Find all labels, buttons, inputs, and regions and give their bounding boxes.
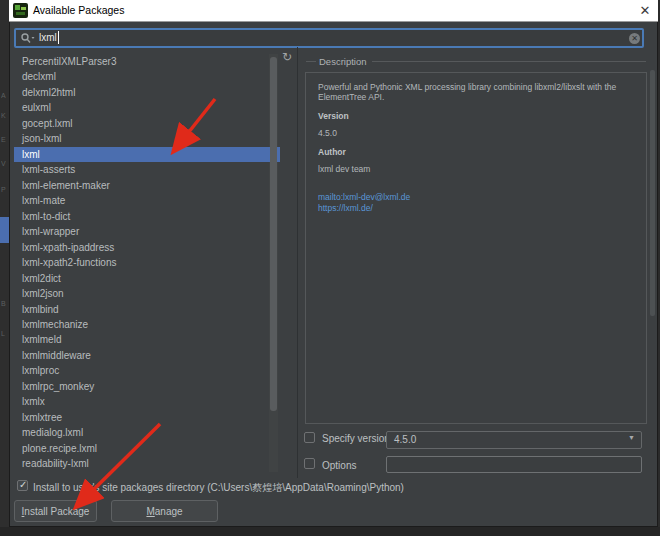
tool-window-button-active (0, 217, 9, 243)
search-input[interactable] (14, 28, 644, 48)
background-ide-strip: A K E V P B L (0, 0, 9, 536)
package-list-item[interactable]: lxml (14, 147, 280, 162)
package-list-item[interactable]: lxml2json (14, 286, 280, 301)
author-value: lxml dev team (318, 164, 620, 174)
search-icon (21, 33, 35, 44)
package-list-item[interactable]: medialog.lxml (14, 425, 280, 440)
package-list-item[interactable]: lxml-xpath2-functions (14, 255, 280, 270)
package-list-item[interactable]: lxml2dict (14, 271, 280, 286)
mailto-link[interactable]: mailto:lxml-dev@lxml.de (318, 192, 620, 203)
package-list-item[interactable]: PercentilXMLParser3 (14, 54, 280, 69)
package-summary: Powerful and Pythonic XML processing lib… (318, 82, 620, 102)
options-checkbox[interactable] (304, 458, 315, 469)
dialog-title: Available Packages (33, 4, 124, 16)
install-location-checkbox[interactable] (17, 480, 28, 491)
package-list-item[interactable]: plone.recipe.lxml (14, 441, 280, 456)
version-dropdown-value: 4.5.0 (394, 434, 416, 445)
specify-version-checkbox[interactable] (304, 432, 315, 443)
package-list-item[interactable]: lxml-to-dict (14, 209, 280, 224)
package-list-item[interactable]: lxmlmechanize (14, 317, 280, 332)
package-list-item[interactable]: lxml-xpath-ipaddress (14, 240, 280, 255)
list-scrollbar-thumb[interactable] (270, 57, 277, 411)
package-list: PercentilXMLParser3declxmldelxml2htmleul… (14, 54, 280, 472)
package-list-item[interactable]: lxml-wrapper (14, 224, 280, 239)
package-list-item[interactable]: lxmlmiddleware (14, 348, 280, 363)
reload-packages-icon[interactable]: ↻ (280, 50, 294, 64)
author-label: Author (318, 147, 620, 157)
group-border-line-right (372, 61, 646, 62)
package-list-item[interactable]: lxml-asserts (14, 162, 280, 177)
package-list-item[interactable]: lxmlxtree (14, 410, 280, 425)
background-bottom-strip (0, 527, 660, 536)
package-list-item[interactable]: lxmlmeld (14, 332, 280, 347)
package-list-item[interactable]: delxml2html (14, 85, 280, 100)
version-value: 4.5.0 (318, 128, 620, 138)
package-list-item[interactable]: lxmlx (14, 394, 280, 409)
clear-search-icon[interactable]: ✕ (629, 33, 640, 44)
close-icon[interactable]: ✕ (636, 2, 654, 20)
package-list-item[interactable]: lxml-element-maker (14, 178, 280, 193)
description-content: Powerful and Pythonic XML processing lib… (318, 82, 620, 214)
homepage-link[interactable]: https://lxml.de/ (318, 203, 620, 214)
package-list-item[interactable]: gocept.lxml (14, 116, 280, 131)
package-list-item[interactable]: declxml (14, 69, 280, 84)
package-list-item[interactable]: lxmlbind (14, 302, 280, 317)
chevron-down-icon[interactable]: ▼ (628, 434, 635, 441)
description-scrollbar-thumb[interactable] (650, 70, 655, 316)
version-label: Version (318, 111, 620, 121)
text-caret (58, 31, 59, 44)
package-list-item[interactable]: eulxml (14, 100, 280, 115)
search-query-text: lxml (39, 32, 57, 43)
description-group-title: Description (319, 56, 367, 67)
panel-divider (297, 47, 298, 478)
manage-repositories-button[interactable]: Manage Repositories (111, 500, 218, 522)
group-border-line-left (306, 61, 316, 62)
options-input[interactable] (386, 456, 642, 473)
package-list-item[interactable]: lxml-mate (14, 193, 280, 208)
package-dialog-icon (13, 3, 28, 18)
install-package-button[interactable]: Install Package (14, 500, 97, 522)
package-list-item[interactable]: readability-lxml (14, 456, 280, 471)
version-dropdown[interactable] (386, 431, 642, 449)
options-label: Options (322, 460, 356, 471)
install-location-label: Install to user's site packages director… (33, 481, 404, 495)
package-list-item[interactable]: lxmlrpc_monkey (14, 379, 280, 394)
package-list-item[interactable]: lxmlproc (14, 363, 280, 378)
specify-version-label: Specify version (322, 433, 390, 444)
package-list-item[interactable]: json-lxml (14, 131, 280, 146)
